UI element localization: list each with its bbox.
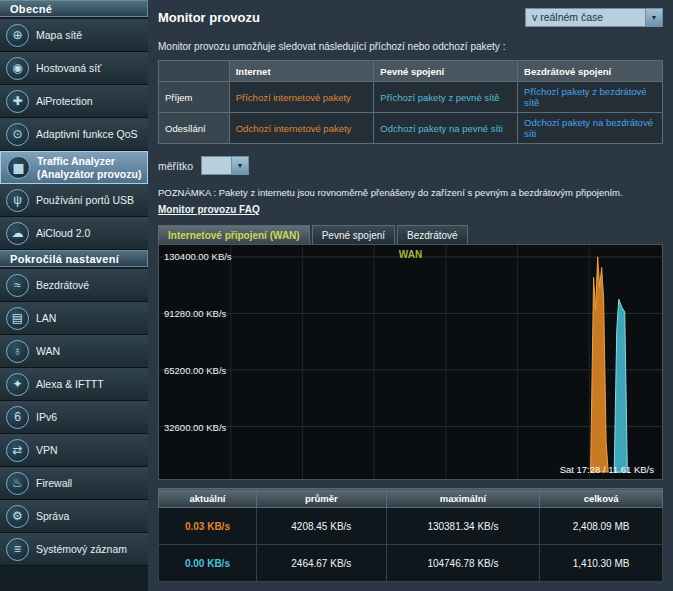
sidebar-item-vpn[interactable]: ⇄ VPN [0, 434, 148, 467]
mode-select[interactable]: v reálném čase ▼ [525, 8, 663, 27]
sidebar-item-label: Adaptivní funkce QoS [36, 128, 138, 140]
sidebar-item-adaptive-qos[interactable]: ⊙ Adaptivní funkce QoS [0, 118, 148, 151]
link-incoming-wired-packets[interactable]: Příchozí pakety z pevné sítě [380, 92, 499, 103]
tab-internet-wan[interactable]: Internetové připojení (WAN) [158, 225, 310, 244]
note-text: POZNÁMKA : Pakety z internetu jsou rovno… [158, 187, 663, 198]
wireless-icon: ≈ [6, 274, 29, 297]
tab-wired[interactable]: Pevné spojení [312, 225, 395, 244]
scale-select[interactable]: ▼ [201, 156, 249, 175]
chart-time-speed-readout: Sat 17:28 / 11.61 KB/s [560, 464, 654, 475]
stat-current-download: 0.03 KB/s [159, 508, 257, 545]
sidebar-item-label: WAN [36, 345, 60, 357]
alexa-ifttt-icon: ✦ [6, 373, 29, 396]
chevron-down-icon: ▼ [231, 157, 248, 174]
traffic-analyzer-icon: ▦ [7, 156, 30, 179]
shield-icon: ✚ [6, 90, 29, 113]
scale-label: měřítko [158, 160, 193, 172]
sidebar-item-guest-network[interactable]: ◉ Hostovaná síť [0, 52, 148, 85]
sidebar-item-label: Hostovaná síť [36, 62, 101, 74]
packet-table-corner [159, 61, 230, 82]
guest-network-icon: ◉ [6, 57, 29, 80]
sidebar-item-lan[interactable]: ▤ LAN [0, 302, 148, 335]
sidebar-item-usb[interactable]: ψ Používání portů USB [0, 184, 148, 217]
sidebar-item-traffic-analyzer[interactable]: ▦ Traffic Analyzer (Analyzátor provozu) [0, 151, 148, 184]
system-log-icon: ≡ [6, 538, 29, 561]
link-outgoing-wireless-packets[interactable]: Odchozí pakety na bezdrátové síti [524, 117, 653, 139]
stats-header-total: celková [540, 489, 663, 508]
sidebar-item-label: AiProtection [36, 95, 93, 107]
sidebar-item-label: Systémový záznam [36, 543, 127, 555]
stats-header-maximum: maximální [386, 489, 539, 508]
firewall-icon: ♨ [6, 472, 29, 495]
lan-icon: ▤ [6, 307, 29, 330]
main-content: Monitor provozu v reálném čase ▼ Monitor… [148, 0, 673, 591]
packet-type-table: Internet Pevné spojení Bezdrátové spojen… [158, 60, 663, 144]
sidebar-item-aiprotection[interactable]: ✚ AiProtection [0, 85, 148, 118]
sidebar-item-network-map[interactable]: ⊕ Mapa sítě [0, 19, 148, 52]
chart-series-label: WAN [399, 249, 422, 260]
sidebar-item-system-log[interactable]: ≡ Systémový záznam [0, 533, 148, 566]
stats-header-average: průměr [256, 489, 386, 508]
stats-row-upload: 0.00 KB/s 2464.67 KB/s 104746.78 KB/s 1,… [159, 545, 663, 582]
y-axis-label: 91280.00 KB/s [164, 308, 226, 319]
stats-row-download: 0.03 KB/s 4208.45 KB/s 130381.34 KB/s 2,… [159, 508, 663, 545]
tab-wireless[interactable]: Bezdrátové [397, 225, 468, 244]
stat-average-download: 4208.45 KB/s [256, 508, 386, 545]
sidebar-item-firewall[interactable]: ♨ Firewall [0, 467, 148, 500]
sidebar-item-aicloud[interactable]: ☁ AiCloud 2.0 [0, 217, 148, 250]
sidebar-item-label: Správa [36, 510, 69, 522]
stats-table: aktuální průměr maximální celková 0.03 K… [158, 488, 663, 582]
sidebar-item-label: Firewall [36, 477, 72, 489]
link-outgoing-internet-packets[interactable]: Odchozí internetové pakety [236, 123, 352, 134]
sidebar-item-label: Bezdrátové [36, 279, 89, 291]
sidebar-item-ipv6[interactable]: 6 IPv6 [0, 401, 148, 434]
traffic-chart-svg [159, 245, 662, 479]
table-row-send: Odesílání Odchozí internetové pakety Odc… [159, 113, 663, 144]
link-incoming-wireless-packets[interactable]: Příchozí pakety z bezdrátové sítě [524, 86, 647, 108]
wan-globe-icon: ♁ [6, 340, 29, 363]
usb-icon: ψ [6, 189, 29, 212]
chevron-down-icon: ▼ [645, 9, 662, 26]
sidebar-item-wireless[interactable]: ≈ Bezdrátové [0, 269, 148, 302]
sidebar-item-label: Traffic Analyzer (Analyzátor provozu) [37, 155, 143, 179]
sidebar-item-label: LAN [36, 312, 56, 324]
sidebar: Obecné ⊕ Mapa sítě ◉ Hostovaná síť ✚ AiP… [0, 0, 148, 591]
sidebar-section-advanced: Pokročilá nastavení [0, 250, 148, 267]
traffic-chart: WAN 130400.00 KB/s 91280.00 KB/s 65200.0… [158, 244, 663, 480]
faq-link[interactable]: Monitor provozu FAQ [158, 204, 260, 215]
row-label-receive: Příjem [159, 82, 230, 113]
stats-header-current: aktuální [159, 489, 257, 508]
sidebar-item-label: AiCloud 2.0 [36, 227, 90, 239]
sidebar-item-administration[interactable]: ⚙ Správa [0, 500, 148, 533]
network-map-icon: ⊕ [6, 24, 29, 47]
table-row-receive: Příjem Příchozí internetové pakety Přích… [159, 82, 663, 113]
chart-tabs: Internetové připojení (WAN) Pevné spojen… [158, 225, 663, 244]
stat-average-upload: 2464.67 KB/s [256, 545, 386, 582]
stat-current-upload: 0.00 KB/s [159, 545, 257, 582]
mode-select-value: v reálném čase [526, 9, 645, 26]
y-axis-label: 32600.00 KB/s [164, 422, 226, 433]
stat-total-download: 2,408.09 MB [540, 508, 663, 545]
scale-select-value [202, 157, 231, 174]
page-title: Monitor provozu [158, 10, 260, 25]
gear-icon: ⚙ [6, 505, 29, 528]
stat-maximum-upload: 104746.78 KB/s [386, 545, 539, 582]
sidebar-item-label: Alexa & IFTTT [36, 378, 104, 390]
qos-gauge-icon: ⊙ [6, 123, 29, 146]
sidebar-item-wan[interactable]: ♁ WAN [0, 335, 148, 368]
y-axis-label: 130400.00 KB/s [164, 251, 232, 262]
link-incoming-internet-packets[interactable]: Příchozí internetové pakety [236, 92, 351, 103]
scale-row: měřítko ▼ [158, 156, 663, 175]
intro-text: Monitor provozu umožňuje sledovat násled… [158, 41, 663, 52]
row-label-send: Odesílání [159, 113, 230, 144]
main-header: Monitor provozu v reálném čase ▼ [158, 8, 663, 27]
sidebar-item-label: Mapa sítě [36, 29, 82, 41]
sidebar-item-label: Používání portů USB [36, 194, 134, 206]
cloud-icon: ☁ [6, 222, 29, 245]
sidebar-section-general: Obecné [0, 0, 148, 17]
sidebar-item-alexa-ifttt[interactable]: ✦ Alexa & IFTTT [0, 368, 148, 401]
col-header-wired: Pevné spojení [374, 61, 518, 82]
stat-total-upload: 1,410.30 MB [540, 545, 663, 582]
col-header-wireless: Bezdrátové spojení [518, 61, 663, 82]
link-outgoing-wired-packets[interactable]: Odchozí pakety na pevné síti [380, 123, 503, 134]
